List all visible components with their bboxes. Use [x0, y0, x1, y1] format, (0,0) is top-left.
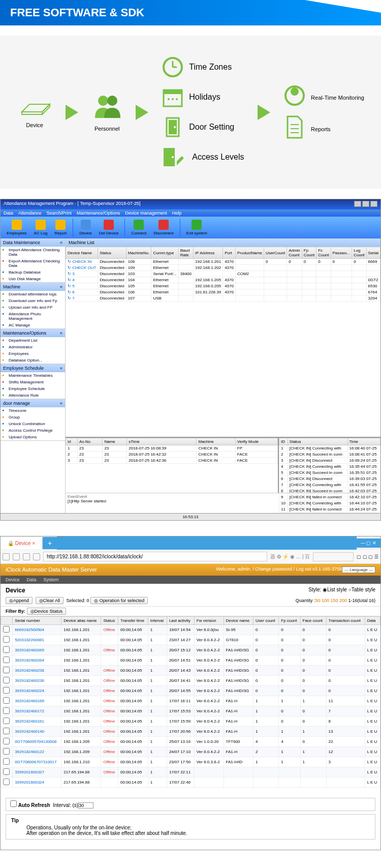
device-status-filter[interactable]: ◎Device Status — [27, 608, 67, 615]
sidebar-item[interactable]: Maintenance Timetables — [1, 372, 65, 379]
sidebar-item[interactable]: Access Control Privilege — [1, 427, 65, 434]
sidebar-item[interactable]: Administrator — [1, 344, 65, 350]
menu-item[interactable]: Attendance — [18, 211, 42, 216]
sidebar-item[interactable]: Group — [1, 414, 65, 421]
language-select[interactable]: --- Language --- — [342, 566, 375, 573]
toolbar-button[interactable]: Disconnect — [150, 219, 177, 236]
table-row[interactable]: 3929182460264192.168.1.20100:00;14:05120… — [1, 655, 380, 666]
table-row[interactable]: 4[CHECK IN] Connecting with16:35:44 07-2… — [279, 464, 380, 470]
table-row[interactable]: 6[CHECK IN] Disconnect16:39:03 07-25 — [279, 476, 380, 482]
table-row[interactable]: 0GT708005704130008192.168.1.205Offline00… — [1, 737, 380, 747]
sidebar-item[interactable]: Import Attendance Checking Data — [1, 247, 65, 258]
auto-refresh-checkbox[interactable] — [10, 800, 17, 807]
home-icon[interactable] — [33, 553, 40, 560]
sidebar-item[interactable]: Unlock Combination — [1, 421, 65, 427]
sidebar-item[interactable]: Upload user info and FP — [1, 304, 65, 311]
menu-item[interactable]: Maintenance/Options — [77, 211, 120, 216]
new-tab-button[interactable]: + — [43, 537, 57, 549]
sidebar-item[interactable]: Backup Database — [1, 269, 65, 276]
table-row[interactable]: 0GT708006707310017192.168.1.210Offline00… — [1, 757, 380, 767]
menu-item[interactable]: Device management — [125, 211, 167, 216]
table-row[interactable]: ↻ CHECK INDisconnected108Ethernet192.168… — [66, 259, 380, 265]
table-row[interactable]: ↻ 4Disconnected104Ethernet192.168.1.2054… — [66, 277, 380, 283]
table-row[interactable]: ↻ 7Disconnected107USB3204 — [66, 295, 380, 302]
sidebar-item[interactable]: Usb Disk Manage — [1, 276, 65, 282]
clear-button[interactable]: ◎Clear All — [36, 597, 64, 604]
reload-icon[interactable] — [23, 553, 30, 560]
interval-input[interactable] — [78, 802, 93, 809]
append-button[interactable]: ◎Append — [6, 597, 33, 604]
toolbar-button[interactable]: Del Device — [96, 219, 122, 236]
sidebar-group-head[interactable]: door manage« — [1, 399, 65, 407]
sidebar-item[interactable]: Download user info and Fp — [1, 297, 65, 304]
search-input[interactable] — [313, 552, 354, 561]
toolbar-button[interactable]: Device — [76, 219, 94, 236]
status-grid[interactable]: IDStatusTime1[CHECK IN] Connecting with1… — [279, 438, 380, 493]
table-row[interactable]: 3399201800324217.65.194.8800:00;14:05117… — [1, 777, 380, 788]
table-row[interactable]: ↻ 5Disconnected105Ethernet192.168.0.2054… — [66, 283, 380, 289]
table-row[interactable]: ↻ 3Disconnected103Serial Port/...38400CO… — [66, 271, 380, 277]
sidebar-item[interactable]: Employee Schedule — [1, 385, 65, 392]
sidebar-item[interactable]: Database Option... — [1, 357, 65, 364]
sidebar-item[interactable]: Employees — [1, 350, 65, 357]
menu-item[interactable]: Search/Print — [47, 211, 72, 216]
toolbar-button[interactable]: AC Log — [31, 219, 51, 236]
window-controls[interactable]: — ▢ ✕ — [357, 538, 380, 548]
address-bar[interactable]: http://192.168.1.88:8082/iclock/data/icl… — [43, 552, 267, 561]
sidebar-item[interactable]: Timezone — [1, 407, 65, 414]
table-row[interactable]: 5[CHECK IN] Succeed in conn16:35:51 07-2… — [279, 470, 380, 476]
table-row[interactable]: 3929182460122192.168.1.209Offline00:00;1… — [1, 747, 380, 757]
forward-icon[interactable] — [13, 553, 20, 560]
sidebar-item[interactable]: Export Attendance Checking Data — [1, 258, 65, 269]
table-row[interactable]: 3929182460140192.168.1.201Offline00:00;1… — [1, 727, 380, 737]
machine-grid[interactable]: Device NameStatusMachineNo.Comm.typeBaud… — [66, 247, 380, 437]
toolbar-button[interactable]: Employees — [4, 219, 30, 236]
sidebar-item[interactable]: Department List — [1, 337, 65, 344]
table-row[interactable]: ↻ CHECK OUTDisconnected109Ethernet192.16… — [66, 265, 380, 271]
sidebar-item[interactable]: Upload Options — [1, 434, 65, 440]
nav-bar[interactable]: DeviceDataSystem — [1, 576, 380, 584]
table-row[interactable]: 6669182500504192.168.1.201Offline00:00;1… — [1, 625, 380, 635]
sidebar-item[interactable]: Attendance Photo Management — [1, 311, 65, 322]
sidebar-group-head[interactable]: Employee Schedule« — [1, 364, 65, 372]
menu-item[interactable]: Help — [172, 211, 182, 216]
nav-item[interactable]: Device — [6, 577, 20, 582]
nav-item[interactable]: Data — [27, 577, 37, 582]
operation-button[interactable]: ◎ Operation for selected — [90, 597, 148, 604]
table-row[interactable]: 7[CHECK IN] Connecting with16:41:55 07-2… — [279, 482, 380, 488]
table-row[interactable]: 223232018-07-25 16:42:32CHECK INFACE — [66, 452, 277, 458]
toolbar-button[interactable]: Connect — [128, 219, 149, 236]
table-row[interactable]: 123232018-07-25 16:08:39CHECK INFP — [66, 445, 277, 452]
table-row[interactable]: 1[CHECK IN] Connecting with16:08:40 07-2… — [279, 445, 380, 452]
table-row[interactable]: 3929182460189192.168.1.201Offline00:00;1… — [1, 696, 380, 706]
sidebar-item[interactable]: Shifts Management — [1, 379, 65, 385]
table-row[interactable]: 3399201800327217.65.194.88Offline00:00;1… — [1, 767, 380, 777]
sidebar-item[interactable]: AC Manage — [1, 322, 65, 328]
sidebar-group-head[interactable]: Maintenance/Options« — [1, 329, 65, 337]
log-grid[interactable]: IdAc-NoNamesTimeMachineVerify Mode123232… — [66, 438, 279, 493]
table-row[interactable]: 3929182460236192.168.1.201Offline00:00;1… — [1, 676, 380, 686]
table-row[interactable]: 3929182460238192.168.1.201Offline00:00;1… — [1, 666, 380, 676]
sidebar-group-head[interactable]: Data Maintenance« — [1, 238, 65, 247]
menu-item[interactable]: Data — [4, 211, 13, 216]
nav-item[interactable]: System — [44, 577, 59, 582]
table-row[interactable]: 5203182260081192.168.1.20100:00;14:05123… — [1, 635, 380, 645]
extensions[interactable]: ▢ ▢ ▢ ☰ — [357, 554, 378, 559]
browser-tab[interactable]: 🔒 Device × — [1, 537, 43, 549]
table-row[interactable]: 323232018-07-25 16:42:36CHECK INFACE — [66, 458, 277, 464]
toolbar-button[interactable]: Exit system — [183, 219, 210, 236]
menu-bar[interactable]: DataAttendanceSearch/PrintMaintenance/Op… — [1, 209, 380, 217]
auto-refresh[interactable]: Auto Refresh Interval: (s) — [6, 798, 375, 811]
table-row[interactable]: 3[CHECK IN] Disconnect16:09:24 07-25 — [279, 458, 380, 464]
table-row[interactable]: 3929182460172192.168.1.201Offline00:00;1… — [1, 706, 380, 716]
table-row[interactable]: 3929182460161192.168.1.201Offline00:00;1… — [1, 716, 380, 727]
table-row[interactable]: 3929182460265192.168.1.201Offline00:00;1… — [1, 645, 380, 655]
table-row[interactable]: 2[CHECK IN] Succeed in conn16:08:41 07-2… — [279, 452, 380, 458]
sidebar-group-head[interactable]: Machine« — [1, 283, 65, 291]
window-controls[interactable] — [353, 201, 377, 208]
table-row[interactable]: ↻ 6Disconnected106Ethernet101.81.228.394… — [66, 289, 380, 295]
sidebar-item[interactable]: Attendance Rule — [1, 392, 65, 399]
table-row[interactable]: 3929182460224192.168.1.201Offline00:00;1… — [1, 686, 380, 696]
back-icon[interactable] — [3, 553, 10, 560]
sidebar-item[interactable]: Download attendance logs — [1, 291, 65, 297]
